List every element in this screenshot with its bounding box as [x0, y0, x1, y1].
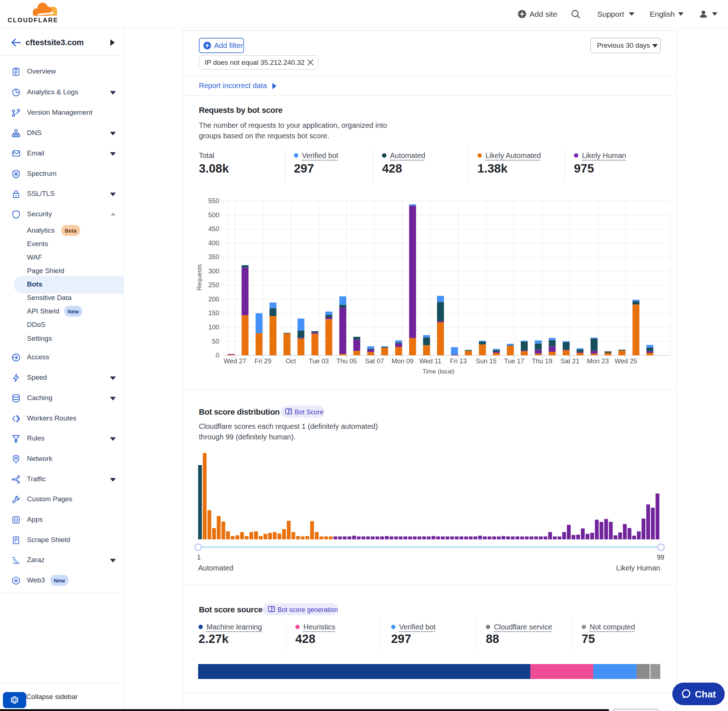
svg-text:Sat 07: Sat 07 — [365, 357, 384, 365]
svg-text:450: 450 — [208, 225, 219, 233]
svg-text:150: 150 — [208, 310, 219, 317]
svg-text:Thu 05: Thu 05 — [337, 357, 357, 365]
svg-text:Thu 19: Thu 19 — [532, 357, 552, 365]
svg-text:0: 0 — [216, 352, 219, 359]
svg-text:Time (local): Time (local) — [422, 368, 455, 375]
svg-text:200: 200 — [208, 296, 219, 303]
svg-text:Tue 17: Tue 17 — [504, 357, 524, 365]
svg-text:Mon 23: Mon 23 — [587, 357, 609, 365]
svg-text:50: 50 — [212, 338, 219, 345]
svg-text:Wed 25: Wed 25 — [615, 357, 637, 365]
svg-text:400: 400 — [208, 239, 219, 247]
svg-text:Mon 09: Mon 09 — [391, 357, 413, 365]
svg-text:Wed 27: Wed 27 — [224, 357, 246, 365]
svg-text:550: 550 — [208, 197, 219, 205]
svg-text:Sat 21: Sat 21 — [561, 357, 579, 365]
svg-text:Fri 13: Fri 13 — [450, 357, 467, 365]
svg-text:Sun 15: Sun 15 — [476, 357, 497, 365]
svg-text:300: 300 — [208, 268, 219, 275]
svg-text:Wed 11: Wed 11 — [419, 357, 442, 365]
svg-text:Oct: Oct — [285, 357, 296, 365]
svg-text:Requests: Requests — [196, 264, 203, 291]
svg-text:250: 250 — [208, 282, 219, 289]
svg-text:Tue 03: Tue 03 — [309, 357, 329, 365]
svg-text:500: 500 — [208, 211, 219, 219]
svg-text:350: 350 — [208, 254, 219, 261]
svg-text:Fri 29: Fri 29 — [255, 357, 271, 365]
svg-text:100: 100 — [208, 324, 219, 331]
